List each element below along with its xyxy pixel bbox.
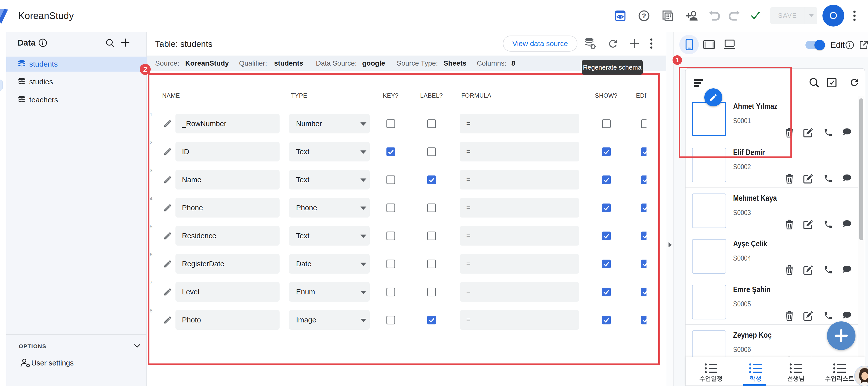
svg-text:?: ? bbox=[642, 12, 646, 20]
